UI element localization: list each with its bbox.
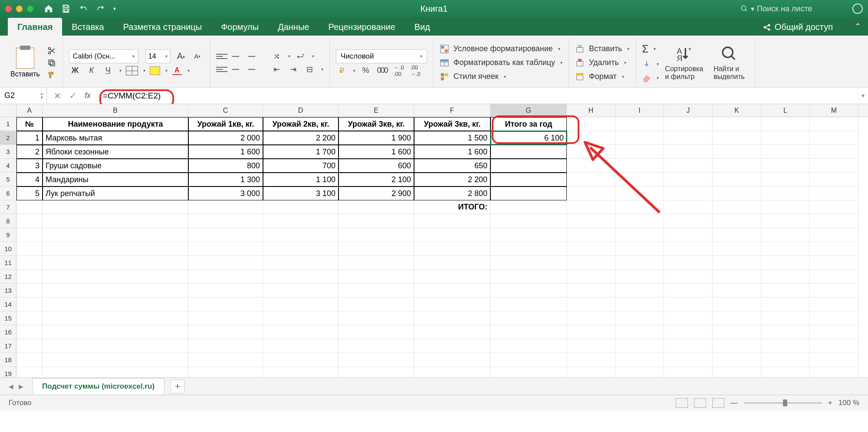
fx-icon[interactable]: fx (85, 91, 91, 100)
decrease-indent-button[interactable]: ⇤ (271, 64, 283, 75)
col-header-E[interactable]: E (339, 104, 414, 117)
cell[interactable] (615, 325, 664, 339)
cell[interactable] (761, 131, 810, 145)
cell[interactable] (664, 298, 713, 311)
align-middle-button[interactable] (230, 52, 241, 61)
cell[interactable] (567, 339, 615, 353)
cell[interactable] (339, 339, 414, 353)
cell[interactable]: 1 300 (188, 173, 263, 187)
cell[interactable]: 600 (339, 159, 414, 173)
cell[interactable]: 2 (16, 145, 43, 159)
cell[interactable]: 2 900 (339, 187, 414, 200)
cell[interactable] (188, 325, 263, 339)
cell[interactable] (664, 200, 713, 214)
cell[interactable] (263, 339, 339, 353)
cell[interactable] (810, 298, 858, 311)
cell[interactable] (761, 298, 810, 311)
cell[interactable] (567, 298, 615, 311)
cell[interactable]: 2 000 (188, 131, 263, 145)
share-button[interactable]: Общий доступ (763, 22, 833, 36)
cell[interactable]: Урожай 2кв, кг. (263, 117, 339, 131)
cell[interactable] (188, 311, 263, 325)
cell[interactable] (664, 214, 713, 228)
cell[interactable] (490, 353, 567, 367)
cell[interactable] (263, 298, 339, 311)
cell[interactable] (188, 242, 263, 256)
cell[interactable] (567, 325, 615, 339)
cell[interactable] (43, 353, 188, 367)
font-size-select[interactable]: 14▾ (145, 49, 171, 63)
cell[interactable]: 2 100 (339, 173, 414, 187)
row-header[interactable]: 15 (0, 311, 16, 325)
cell[interactable] (810, 284, 858, 298)
row-header[interactable]: 9 (0, 228, 16, 242)
orientation-button[interactable]: ⤭ (271, 51, 283, 62)
row-header[interactable]: 5 (0, 173, 16, 187)
cell[interactable] (43, 270, 188, 284)
cell[interactable] (761, 159, 810, 173)
tab-insert[interactable]: Вставка (62, 18, 113, 36)
zoom-slider[interactable] (744, 402, 822, 404)
cell[interactable] (43, 242, 188, 256)
cell[interactable]: 3 100 (263, 187, 339, 200)
cell[interactable] (490, 298, 567, 311)
cell[interactable] (761, 325, 810, 339)
tab-home[interactable]: Главная (8, 18, 62, 36)
cell[interactable] (713, 187, 761, 200)
row-header[interactable]: 11 (0, 256, 16, 270)
col-header-M[interactable]: M (810, 104, 858, 117)
cell[interactable] (664, 187, 713, 200)
cell[interactable]: 700 (263, 159, 339, 173)
autosum-button[interactable]: Σ▾ (642, 43, 659, 55)
cell[interactable] (567, 187, 615, 200)
decrease-font-button[interactable]: A▾ (191, 51, 204, 62)
cell[interactable]: 1 500 (414, 131, 490, 145)
cell[interactable] (664, 284, 713, 298)
cell[interactable] (43, 298, 188, 311)
cell[interactable] (339, 367, 414, 377)
cell[interactable] (339, 242, 414, 256)
borders-button[interactable] (126, 66, 138, 75)
cell[interactable] (567, 159, 615, 173)
bold-button[interactable]: Ж (69, 65, 81, 76)
cell[interactable] (414, 311, 490, 325)
align-center-button[interactable] (230, 65, 241, 74)
save-icon[interactable] (61, 4, 71, 13)
cell[interactable] (263, 284, 339, 298)
cell[interactable] (490, 200, 567, 214)
qat-dropdown-icon[interactable]: ▾ (113, 6, 116, 12)
underline-button[interactable]: Ч (102, 65, 114, 76)
cell[interactable] (16, 311, 43, 325)
cell[interactable]: 3 (16, 159, 43, 173)
cell[interactable] (761, 242, 810, 256)
cell[interactable] (615, 256, 664, 270)
align-bottom-button[interactable] (244, 52, 255, 61)
cell[interactable] (16, 298, 43, 311)
cell[interactable] (713, 200, 761, 214)
align-right-button[interactable] (244, 65, 255, 74)
cell[interactable] (263, 256, 339, 270)
cell[interactable] (43, 367, 188, 377)
cell[interactable] (713, 325, 761, 339)
cell[interactable] (414, 256, 490, 270)
undo-icon[interactable] (79, 4, 88, 13)
cell[interactable] (414, 325, 490, 339)
cell[interactable] (16, 325, 43, 339)
cell[interactable] (615, 242, 664, 256)
cell[interactable] (810, 270, 858, 284)
select-all-button[interactable] (0, 104, 16, 117)
cell[interactable] (615, 270, 664, 284)
cell[interactable] (339, 200, 414, 214)
cell[interactable] (490, 367, 567, 377)
cell[interactable] (16, 228, 43, 242)
row-header[interactable]: 13 (0, 284, 16, 298)
cell[interactable] (810, 242, 858, 256)
cell[interactable]: 1 900 (339, 131, 414, 145)
cell[interactable] (713, 298, 761, 311)
cut-icon[interactable] (47, 46, 56, 55)
cell[interactable] (713, 270, 761, 284)
row-header[interactable]: 2 (0, 131, 16, 145)
cell[interactable] (339, 298, 414, 311)
cell[interactable] (615, 145, 664, 159)
cell[interactable]: 1 (16, 131, 43, 145)
